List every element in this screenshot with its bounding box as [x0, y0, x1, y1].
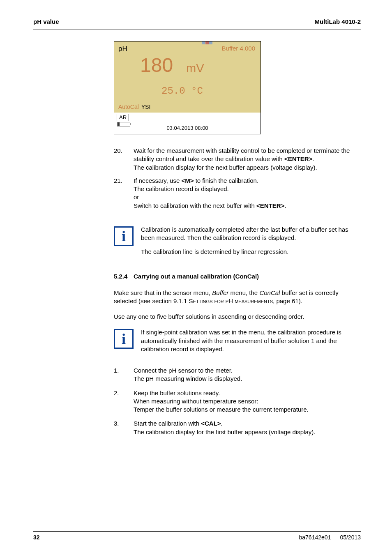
- reading-value: 180: [140, 54, 173, 76]
- autocal-text: AutoCal: [118, 104, 139, 110]
- item-number: 2.: [114, 389, 134, 414]
- usb-icon-block: [209, 41, 212, 44]
- usb-icon: [202, 41, 212, 44]
- header-right: MultiLab 4010-2: [314, 18, 361, 25]
- temperature-value: 25.0 °C: [161, 85, 203, 97]
- step-text: to finish the calibration.: [194, 177, 258, 184]
- usb-icon-block: [205, 41, 209, 44]
- item-number: 3.: [114, 419, 134, 436]
- section-heading: 5.2.4 Carrying out a manual calibration …: [114, 273, 361, 280]
- step-body: Wait for the measurement with stability …: [134, 147, 361, 172]
- item-text: Start the calibration with: [134, 420, 201, 427]
- autocal-label: AutoCal YSI: [118, 104, 150, 110]
- para-text: Make sure that in the sensor menu,: [114, 289, 212, 296]
- step-body: If necessary, use <M> to finish the cali…: [134, 177, 361, 210]
- screen-timestamp: 03.04.2013 08:00: [114, 125, 261, 131]
- list-item-1: 1. Connect the pH sensor to the meter. T…: [114, 366, 361, 383]
- item-body: Start the calibration with <CAL>. The ca…: [134, 419, 361, 436]
- info-icon: i: [114, 329, 134, 349]
- item-text: The pH measuring window is displayed.: [134, 375, 242, 382]
- footer-rule: [33, 531, 361, 532]
- info-note-1: i Calibration is automatically completed…: [114, 226, 361, 256]
- intro-para-1: Make sure that in the sensor menu, Buffe…: [114, 289, 361, 306]
- item-number: 1.: [114, 366, 134, 383]
- key-m: <M>: [181, 177, 194, 184]
- list-item-3: 3. Start the calibration with <CAL>. The…: [114, 419, 361, 436]
- step-21: 21. If necessary, use <M> to finish the …: [114, 177, 361, 210]
- info-text: Calibration is automatically completed a…: [141, 226, 361, 256]
- step-20: 20. Wait for the measurement with stabil…: [114, 147, 361, 172]
- content-area: pH Buffer 4.000 180 mV 25.0 °C AutoCal Y…: [114, 41, 361, 436]
- reading-unit: mV: [186, 62, 204, 75]
- info-icon: i: [114, 226, 134, 246]
- step-number: 20.: [114, 147, 134, 172]
- step-text: The calibration record is displayed.: [134, 185, 229, 192]
- info-para: If single-point calibration was set in t…: [141, 328, 361, 353]
- italic-concal: ConCal: [259, 289, 280, 296]
- key-cal: <CAL>: [201, 420, 221, 427]
- item-body: Keep the buffer solutions ready. When me…: [134, 389, 361, 414]
- step-text: .: [284, 202, 286, 209]
- info-text: If single-point calibration was set in t…: [141, 328, 361, 353]
- numbered-list: 1. Connect the pH sensor to the meter. T…: [114, 366, 361, 436]
- info-note-2: i If single-point calibration was set in…: [114, 328, 361, 353]
- ph-label: pH: [118, 45, 127, 53]
- intro-para-2: Use any one to five buffer solutions in …: [114, 313, 361, 321]
- para-text: , page 61).: [273, 297, 302, 304]
- item-body: Connect the pH sensor to the meter. The …: [134, 366, 361, 383]
- device-screen-top: pH Buffer 4.000 180 mV 25.0 °C AutoCal Y…: [114, 41, 261, 113]
- item-text: The calibration display for the first bu…: [134, 428, 315, 435]
- page-footer: 32 ba76142e0105/2013: [33, 534, 361, 541]
- step-text: or: [134, 193, 139, 200]
- item-text: Keep the buffer solutions ready.: [134, 389, 220, 396]
- page-header: pH value MultiLab 4010-2: [33, 18, 361, 25]
- info-para: The calibration line is determined by li…: [141, 248, 361, 256]
- ysi-text: YSI: [141, 104, 151, 110]
- header-left: pH value: [33, 18, 59, 25]
- step-list-upper: 20. Wait for the measurement with stabil…: [114, 147, 361, 210]
- doc-date: 05/2013: [340, 534, 361, 541]
- footer-right: ba76142e0105/2013: [290, 534, 361, 541]
- section-title: Carrying out a manual calibration (ConCa…: [134, 273, 259, 280]
- buffer-label: Buffer 4.000: [222, 45, 255, 52]
- para-text: menu, the: [228, 289, 259, 296]
- usb-icon-block: [202, 41, 205, 44]
- list-item-2: 2. Keep the buffer solutions ready. When…: [114, 389, 361, 414]
- italic-buffer: Buffer: [212, 289, 228, 296]
- device-screenshot: pH Buffer 4.000 180 mV 25.0 °C AutoCal Y…: [114, 41, 261, 134]
- info-i-glyph: i: [122, 229, 126, 244]
- info-i-glyph: i: [122, 332, 126, 346]
- header-rule: [33, 30, 361, 30]
- key-enter: <ENTER>: [256, 202, 284, 209]
- step-text: .: [312, 155, 314, 162]
- small-caps-ref: Settings for pH measurements: [189, 297, 273, 304]
- doc-id: ba76142e01: [299, 534, 331, 541]
- ar-indicator: AR: [117, 114, 129, 121]
- step-text: The calibration display for the next buf…: [134, 164, 317, 171]
- item-text: Connect the pH sensor to the meter.: [134, 367, 233, 374]
- device-screen-bottom: AR 03.04.2013 08:00: [114, 113, 261, 134]
- step-text: Switch to calibration with the next buff…: [134, 202, 256, 209]
- section-number: 5.2.4: [114, 273, 134, 280]
- item-text: When measuring without temperature senso…: [134, 398, 258, 405]
- step-text: If necessary, use: [134, 177, 181, 184]
- step-text: Wait for the measurement with stability …: [134, 147, 350, 162]
- page-number: 32: [33, 534, 40, 541]
- step-number: 21.: [114, 177, 134, 210]
- info-para: Calibration is automatically completed a…: [141, 226, 361, 242]
- item-text: Temper the buffer solutions or measure t…: [134, 406, 309, 413]
- key-enter: <ENTER>: [284, 155, 312, 162]
- item-text: .: [221, 420, 223, 427]
